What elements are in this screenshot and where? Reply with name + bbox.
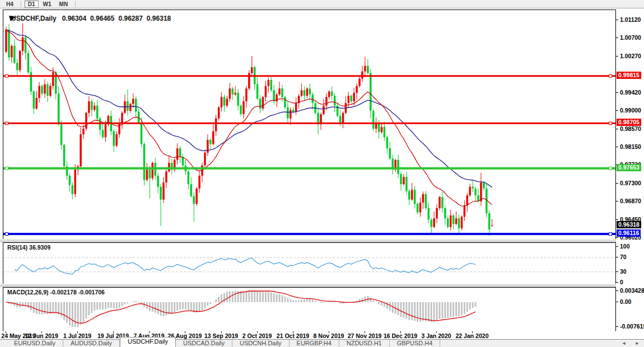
macd-panel[interactable]: MACD(12,26,9) -0.002178 -0.001706 — [3, 287, 616, 332]
price-level-badge: 0.99815 — [617, 72, 641, 79]
tab-eurgbp-h4[interactable]: EURGBP.H4 — [290, 340, 339, 347]
tab-usdchf-daily[interactable]: USDCHF.Daily — [120, 337, 176, 347]
price-tick-label: 0.99000 — [620, 107, 641, 114]
price-tick-mark — [616, 92, 618, 93]
date-tick-label: 13 Sep 2019 — [204, 332, 238, 339]
macd-tick-mark — [616, 326, 618, 327]
rsi-tick-label: 70 — [620, 254, 627, 260]
ohlc-close-value: 0.96318 — [147, 15, 171, 22]
tab-audusd-daily[interactable]: AUDUSD.Daily — [63, 340, 120, 347]
date-axis[interactable]: 24 May 201912 Jun 20191 Jul 201919 Jul 2… — [0, 331, 644, 339]
chart-tab-bar: EURUSD.Daily AUDUSD.Daily USDCHF.Daily U… — [0, 339, 644, 347]
price-tick-mark — [616, 20, 618, 20]
price-tick-label: 0.98150 — [620, 143, 641, 150]
price-tick-mark — [616, 129, 618, 129]
date-tick-label: 3 Jan 2020 — [421, 332, 451, 339]
tab-gbpusd-h4[interactable]: GBPUSD.H4 — [390, 340, 441, 347]
macd-tick-mark — [616, 302, 618, 302]
date-tick-label: 1 Jul 2019 — [63, 332, 91, 339]
price-axis[interactable]: 1.011201.007001.002700.994200.990000.985… — [616, 10, 644, 332]
rsi-chart[interactable] — [3, 243, 615, 284]
macd-tick-label: 0.003428 — [620, 287, 644, 294]
price-tick-mark — [616, 219, 618, 220]
price-tick-label: 0.98570 — [620, 125, 641, 132]
price-tick-label: 0.96870 — [620, 198, 641, 204]
tab-usdcnh-daily[interactable]: USDCNH.Daily — [232, 340, 290, 347]
rsi-tick-label: 100 — [620, 243, 630, 250]
date-tick-label: 8 Nov 2019 — [314, 332, 344, 339]
date-tick-label: 27 Nov 2019 — [348, 332, 382, 339]
rsi-tick-mark — [616, 282, 618, 283]
macd-tick-mark — [616, 290, 618, 291]
price-tick-label: 1.01120 — [620, 16, 641, 23]
price-tick-label: 1.00270 — [620, 53, 641, 59]
macd-label: MACD(12,26,9) -0.002178 -0.001706 — [7, 289, 105, 296]
candlestick-chart[interactable] — [3, 10, 615, 240]
tab-eurusd-daily[interactable]: EURUSD.Daily — [7, 340, 63, 347]
date-tick-label: 12 Jun 2019 — [25, 332, 58, 339]
price-level-badge: 0.98705 — [617, 119, 641, 126]
toolbar-separator — [75, 1, 76, 7]
ohlc-high-value: 0.96465 — [90, 15, 114, 22]
rsi-label: RSI(14) 36.9309 — [7, 244, 50, 251]
tab-nzdusd-h1[interactable]: NZDUSD.H1 — [339, 340, 390, 347]
date-tick-label: 16 Dec 2019 — [384, 332, 417, 339]
ohlc-low-value: 0.96287 — [118, 15, 142, 22]
timeframe-button-h4[interactable]: H4 — [3, 1, 17, 8]
timeframe-button-d1[interactable]: D1 — [25, 1, 39, 8]
tab-scroll-left-icon[interactable]: ◄ — [622, 341, 626, 346]
current-price-badge: 0.96318 — [617, 221, 641, 228]
price-tick-mark — [616, 110, 618, 111]
chart-cursor-icon — [8, 15, 17, 22]
date-tick-label: 22 Jan 2020 — [456, 332, 489, 339]
tab-usdcad-daily[interactable]: USDCAD.Daily — [176, 340, 232, 347]
toolbar-separator — [21, 1, 22, 7]
price-tick-mark — [616, 183, 618, 184]
tab-scroll-arrows: ◄ ► — [614, 341, 640, 346]
rsi-tick-label: 0 — [620, 279, 623, 285]
macd-tick-label: -0.007615 — [620, 323, 644, 330]
timeframe-button-mn[interactable]: MN — [56, 1, 72, 8]
price-tick-mark — [616, 201, 618, 201]
price-tick-mark — [616, 37, 618, 38]
price-tick-label: 0.97300 — [620, 180, 641, 186]
timeframe-button-w1[interactable]: W1 — [40, 1, 55, 8]
rsi-tick-mark — [616, 271, 618, 272]
price-level-badge: 0.97653 — [617, 164, 641, 171]
price-tick-mark — [616, 147, 618, 147]
rsi-tick-mark — [616, 246, 618, 247]
chart-title: USDCHF,Daily 0.96304 0.96465 0.96287 0.9… — [8, 15, 175, 22]
price-chart-panel[interactable]: USDCHF,Daily 0.96304 0.96465 0.96287 0.9… — [3, 10, 616, 240]
ohlc-open-value: 0.96304 — [62, 15, 86, 22]
macd-tick-label: 0.00 — [620, 298, 631, 305]
timeframe-toolbar: H4 D1 W1 MN — [0, 0, 644, 8]
tab-scroll-right-icon[interactable]: ► — [635, 341, 640, 346]
date-tick-label: 21 Oct 2019 — [277, 332, 309, 339]
price-level-badge: 0.96116 — [617, 229, 641, 237]
rsi-panel[interactable]: RSI(14) 36.9309 — [3, 242, 616, 285]
price-tick-mark — [616, 237, 618, 238]
price-tick-label: 1.00700 — [620, 34, 641, 41]
rsi-tick-mark — [616, 257, 618, 257]
date-tick-label: 2 Oct 2019 — [242, 332, 272, 339]
chart-symbol-label: USDCHF,Daily — [11, 15, 57, 22]
price-tick-mark — [616, 56, 618, 57]
rsi-tick-label: 30 — [620, 268, 627, 275]
price-tick-label: 0.99420 — [620, 89, 641, 96]
